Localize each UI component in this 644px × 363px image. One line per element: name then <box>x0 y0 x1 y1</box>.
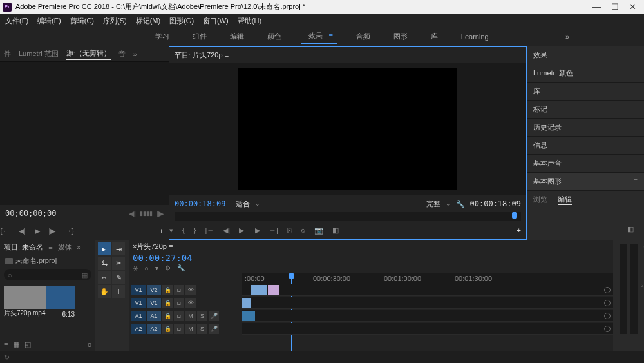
menu-help[interactable]: 帮助(H) <box>235 15 264 27</box>
icon-view-icon[interactable]: ▦ <box>13 340 19 349</box>
time-ruler[interactable]: :00:00 00:00:30:00 00:01:00:00 00:01:30:… <box>242 273 613 284</box>
record-icon[interactable]: 🎤 <box>209 311 219 321</box>
track-a1-target[interactable]: A1 <box>147 311 161 321</box>
tab-media[interactable]: 媒体 <box>58 242 72 252</box>
solo-toggle[interactable]: S <box>197 311 207 321</box>
panel-libraries[interactable]: 库 <box>527 83 644 101</box>
sync-icon[interactable]: ◘ <box>174 285 184 295</box>
marker-icon[interactable]: ▾ <box>169 226 173 235</box>
workspace-overflow[interactable]: » <box>562 30 573 43</box>
clip-thumbnail[interactable]: 片头720p.mp4 6:13 <box>4 286 75 309</box>
pen-tool[interactable]: ✎ <box>112 271 125 284</box>
eg-tab-browse[interactable]: 浏览 <box>533 195 547 205</box>
sequence-name[interactable]: 片头720p ≡ <box>137 242 173 251</box>
zoom-fit[interactable]: 适合 <box>236 199 250 209</box>
workspace-editing[interactable]: 编辑 <box>226 29 248 44</box>
program-tc-left[interactable]: 00:00:18:09 <box>175 199 225 208</box>
search-input[interactable]: ⌕▦ <box>4 269 91 280</box>
close-button[interactable]: ✕ <box>629 2 636 12</box>
menu-graphics[interactable]: 图形(G) <box>167 15 196 27</box>
zoom-dropdown-icon[interactable]: ⌄ <box>255 201 260 207</box>
track-v1-lane[interactable] <box>242 297 613 309</box>
track-v1-target[interactable]: V1 <box>147 298 161 308</box>
workspace-learn[interactable]: 学习 <box>151 29 173 44</box>
quality-select[interactable]: 完整 <box>426 199 440 209</box>
track-v1-source[interactable]: V1 <box>131 298 146 308</box>
track-a1-source[interactable]: A1 <box>131 311 146 321</box>
type-tool[interactable]: T <box>112 285 125 298</box>
lock-icon[interactable]: 🔒 <box>162 285 173 295</box>
mark-in-icon[interactable]: {← <box>0 227 10 235</box>
menu-marker[interactable]: 标记(M) <box>133 15 164 27</box>
snap-icon[interactable]: ⚹ <box>133 264 138 272</box>
step-fwd-icon[interactable]: |▶ <box>253 226 260 235</box>
zoom-slider[interactable]: o <box>88 340 91 349</box>
track-options-icon[interactable] <box>604 326 611 332</box>
step-back-icon[interactable]: ◀| <box>223 226 230 235</box>
wrench-icon[interactable]: 🔧 <box>456 200 465 208</box>
menu-window[interactable]: 窗口(W) <box>200 15 231 27</box>
tab-effects-controls[interactable]: 件 <box>4 49 11 59</box>
selection-tool[interactable]: ▸ <box>98 242 111 255</box>
workspace-libraries[interactable]: 库 <box>427 29 442 44</box>
video-clip[interactable] <box>268 285 279 295</box>
track-select-tool[interactable]: ⇥ <box>112 242 125 255</box>
program-scrubber[interactable] <box>175 212 521 221</box>
panel-lumetri-color[interactable]: Lumetri 颜色 <box>527 64 644 83</box>
lift-icon[interactable]: ⎘ <box>287 226 292 234</box>
comparison-icon[interactable]: ◧ <box>332 226 339 235</box>
add-button[interactable]: + <box>517 226 521 234</box>
mute-toggle[interactable]: M <box>185 324 196 334</box>
record-icon[interactable]: 🎤 <box>209 324 219 334</box>
track-a2-target[interactable]: A2 <box>147 324 161 334</box>
workspace-assembly[interactable]: 组件 <box>189 29 211 44</box>
tab-source[interactable]: 源:（无剪辑） <box>66 48 111 60</box>
program-tc-right[interactable]: 00:00:18:09 <box>470 199 521 208</box>
panel-essential-sound[interactable]: 基本声音 <box>527 155 644 173</box>
new-layer-icon[interactable]: ◧ <box>627 225 634 233</box>
panel-essential-graphics[interactable]: 基本图形≡ <box>527 173 644 191</box>
source-timecode[interactable]: 00;00;00;00 <box>5 209 56 218</box>
lock-icon[interactable]: 🔒 <box>162 311 173 321</box>
tab-overflow[interactable]: » <box>77 243 81 251</box>
program-viewer[interactable] <box>169 63 526 195</box>
lock-icon[interactable]: 🔒 <box>162 298 173 308</box>
linked-icon[interactable]: ∩ <box>144 264 149 272</box>
go-in-icon[interactable]: |← <box>205 226 214 234</box>
workspace-graphics[interactable]: 图形 <box>390 29 412 44</box>
marker-add-icon[interactable]: ▾ <box>155 264 158 272</box>
play-icon[interactable]: ▶ <box>35 227 40 235</box>
minimize-button[interactable]: — <box>592 2 601 12</box>
step-back-icon[interactable]: ◀| <box>129 210 136 218</box>
extract-icon[interactable]: ⎌ <box>301 226 305 234</box>
timeline-timecode[interactable]: 00:00:27:04 <box>133 253 193 263</box>
panel-history[interactable]: 历史记录 <box>527 119 644 137</box>
workspace-learning[interactable]: Learning <box>457 30 493 43</box>
step-back-icon[interactable]: ◀| <box>19 227 26 235</box>
audio-clip[interactable] <box>242 311 255 321</box>
track-v2-target[interactable]: V2 <box>147 285 161 295</box>
sync-icon[interactable]: ◘ <box>174 298 184 308</box>
sync-icon[interactable]: ↻ <box>4 353 10 362</box>
slip-tool[interactable]: ↔ <box>98 271 111 284</box>
quality-dropdown-icon[interactable]: ⌄ <box>446 201 451 207</box>
hand-tool[interactable]: ✋ <box>98 285 111 298</box>
panel-markers[interactable]: 标记 <box>527 101 644 119</box>
track-a2-lane[interactable] <box>242 323 613 335</box>
mark-out-icon[interactable]: →} <box>64 227 74 235</box>
list-view-icon[interactable]: ≡ <box>4 340 8 349</box>
menu-file[interactable]: 文件(F) <box>3 15 31 27</box>
workspace-color[interactable]: 颜色 <box>263 29 285 44</box>
track-options-icon[interactable] <box>604 287 611 293</box>
export-frame-icon[interactable]: 📷 <box>314 226 323 235</box>
lock-icon[interactable]: 🔒 <box>162 324 173 334</box>
menu-sequence[interactable]: 序列(S) <box>100 15 129 27</box>
sync-icon[interactable]: ◘ <box>174 311 184 321</box>
video-clip[interactable] <box>242 298 251 308</box>
track-a2-source[interactable]: A2 <box>131 324 146 334</box>
step-fwd-icon[interactable]: |▶ <box>49 227 56 235</box>
panel-info[interactable]: 信息 <box>527 137 644 155</box>
eg-tab-edit[interactable]: 编辑 <box>558 195 572 205</box>
wrench-icon[interactable]: 🔧 <box>177 264 185 272</box>
razor-tool[interactable]: ✂ <box>112 257 125 270</box>
